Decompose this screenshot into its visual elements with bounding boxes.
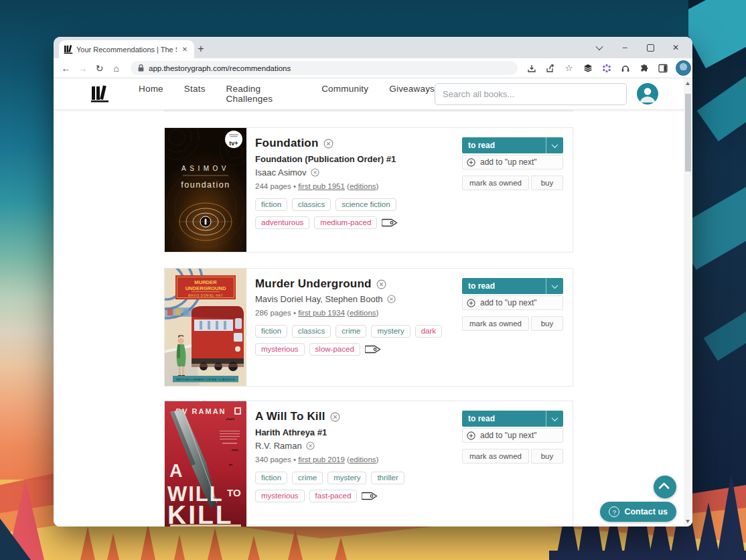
to-read-dropdown[interactable] (546, 137, 563, 153)
tag[interactable]: fast-paced (309, 490, 358, 502)
book-title[interactable]: A Will To Kill (255, 410, 325, 423)
install-icon[interactable] (526, 62, 537, 74)
remove-author-icon[interactable] (306, 441, 315, 450)
to-read-button[interactable]: to read (462, 137, 563, 153)
nav-community[interactable]: Community (321, 84, 368, 104)
tag[interactable]: crime (335, 325, 366, 338)
remove-author-icon[interactable] (387, 295, 396, 303)
extensions-puzzle-icon[interactable] (638, 62, 650, 74)
remove-author-icon[interactable] (311, 168, 319, 177)
tag[interactable]: fiction (255, 472, 287, 484)
cover-author-text: ASIMOV (181, 165, 230, 172)
nav-reading-challenges[interactable]: Reading Challenges (226, 84, 301, 104)
tag[interactable]: fiction (255, 325, 287, 338)
buy-button[interactable]: buy (531, 316, 563, 331)
editions-link[interactable]: editions (350, 309, 376, 317)
first-pub-link[interactable]: first pub 2019 (298, 456, 345, 464)
bookmark-star-icon[interactable]: ☆ (563, 62, 575, 74)
flower-extension-icon[interactable] (601, 62, 612, 74)
add-up-next-button[interactable]: add to "up next" (462, 295, 563, 310)
back-button[interactable]: ← (58, 63, 74, 74)
book-cover[interactable]: MURDER UNDERGROUND MAVIS DORIEL HAY BRIT… (165, 269, 246, 386)
tag[interactable]: classics (292, 325, 331, 338)
book-actions: to read add to "up next" mark as owned b… (462, 278, 563, 331)
toolbar-icons: ☆ (526, 60, 692, 76)
share-icon[interactable] (544, 62, 556, 74)
contact-us-button[interactable]: ? Contact us (600, 502, 676, 522)
tab-search-chevron-icon[interactable] (587, 37, 612, 58)
to-read-button[interactable]: to read (462, 278, 563, 294)
minimize-button[interactable]: – (612, 37, 638, 58)
book-cover[interactable]: RV RAMAN A (165, 401, 246, 527)
tag[interactable]: classics (292, 198, 331, 211)
remove-recommendation-icon[interactable] (330, 412, 340, 422)
tag[interactable]: dark (415, 325, 442, 338)
browser-profile-avatar[interactable] (676, 60, 691, 76)
tag[interactable]: science fiction (335, 198, 396, 211)
to-read-button[interactable]: to read (462, 411, 563, 427)
window-controls: – ✕ (587, 37, 688, 58)
book-authors[interactable]: Mavis Doriel Hay, Stephen Booth (255, 294, 383, 304)
url-bar[interactable]: app.thestorygraph.com/recommendations (131, 61, 518, 75)
close-button[interactable]: ✕ (663, 37, 688, 58)
scroll-to-top-button[interactable] (654, 476, 676, 498)
nav-home[interactable]: Home (139, 84, 163, 104)
tag[interactable]: adventurous (255, 216, 309, 229)
editions-link[interactable]: editions (350, 456, 376, 464)
storygraph-logo[interactable] (90, 85, 110, 103)
tag-icon[interactable] (382, 218, 398, 228)
headphones-extension-icon[interactable] (619, 62, 631, 74)
tab-close-icon[interactable]: ✕ (180, 46, 190, 53)
user-avatar[interactable] (637, 83, 658, 104)
tag[interactable]: crime (292, 472, 323, 484)
tag-icon[interactable] (365, 344, 382, 354)
forward-button[interactable]: → (74, 63, 91, 74)
owned-buy-row: mark as owned buy (462, 316, 563, 331)
cover-badge-text: tv+ (229, 140, 238, 147)
scrollbar-down-arrow[interactable] (686, 520, 690, 523)
book-title[interactable]: Foundation (255, 137, 319, 150)
editions-link[interactable]: editions (350, 182, 376, 190)
nav-stats[interactable]: Stats (184, 84, 206, 104)
book-card: RV RAMAN A (164, 401, 573, 527)
buy-button[interactable]: buy (531, 449, 563, 464)
tab-title: Your Recommendations | The Sto (76, 46, 177, 54)
page-scrollbar[interactable] (684, 78, 692, 527)
book-title[interactable]: Murder Underground (255, 277, 372, 291)
remove-recommendation-icon[interactable] (376, 279, 386, 289)
maximize-button[interactable] (638, 37, 663, 58)
nav-giveaways[interactable]: Giveaways (389, 84, 435, 104)
tag[interactable]: mysterious (255, 343, 305, 356)
to-read-dropdown[interactable] (546, 278, 563, 294)
book-authors[interactable]: R.V. Raman (255, 441, 302, 451)
search-input[interactable] (435, 83, 627, 105)
tag[interactable]: slow-paced (309, 343, 360, 356)
book-cover[interactable]: ASIMOV foundation (165, 128, 246, 252)
layers-extension-icon[interactable] (582, 62, 593, 74)
remove-recommendation-icon[interactable] (323, 139, 333, 149)
tag[interactable]: mystery (327, 472, 366, 484)
mark-as-owned-button[interactable]: mark as owned (462, 316, 529, 331)
home-button[interactable]: ⌂ (108, 63, 125, 74)
first-pub-link[interactable]: first pub 1934 (298, 309, 345, 317)
tag[interactable]: thriller (371, 472, 404, 484)
tag-icon[interactable] (362, 491, 378, 501)
new-tab-button[interactable]: + (192, 40, 210, 58)
book-authors[interactable]: Isaac Asimov (255, 167, 307, 178)
reload-button[interactable]: ↻ (91, 63, 108, 74)
side-panel-icon[interactable] (657, 62, 668, 74)
buy-button[interactable]: buy (531, 176, 563, 190)
tag[interactable]: medium-paced (314, 216, 377, 229)
add-up-next-button[interactable]: add to "up next" (462, 428, 563, 443)
tag[interactable]: fiction (255, 198, 287, 211)
to-read-dropdown[interactable] (546, 411, 563, 427)
browser-tab[interactable]: Your Recommendations | The Sto ✕ (59, 40, 194, 58)
scrollbar-up-arrow[interactable] (686, 82, 690, 85)
tag[interactable]: mystery (371, 325, 410, 338)
mark-as-owned-button[interactable]: mark as owned (462, 449, 529, 464)
first-pub-link[interactable]: first pub 1951 (298, 182, 345, 190)
scrollbar-thumb[interactable] (685, 94, 691, 171)
tag[interactable]: mysterious (255, 490, 305, 502)
mark-as-owned-button[interactable]: mark as owned (462, 176, 529, 190)
add-up-next-button[interactable]: add to "up next" (462, 155, 563, 169)
